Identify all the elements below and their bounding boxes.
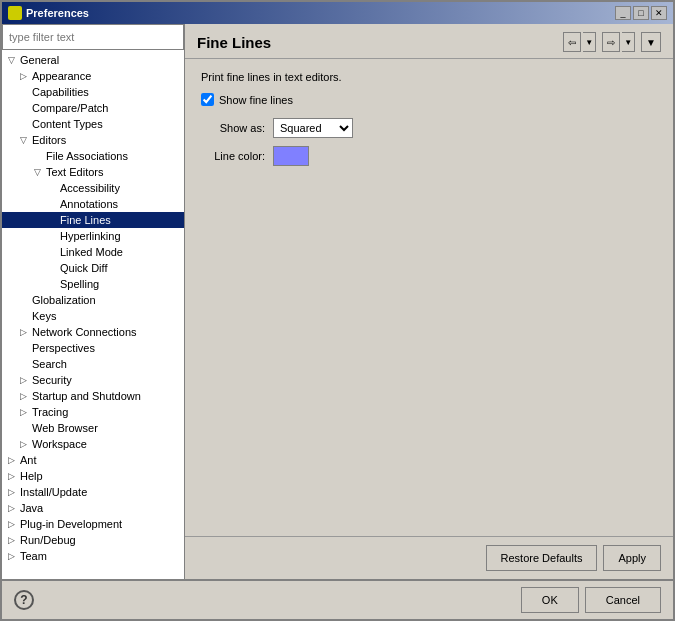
content-area: ▽ General ▷ Appearance Capabilities bbox=[2, 24, 673, 579]
minimize-button[interactable]: _ bbox=[615, 6, 631, 20]
tree-item-linked-mode[interactable]: Linked Mode bbox=[2, 244, 184, 260]
tree-label-ant: Ant bbox=[18, 454, 37, 466]
ok-button[interactable]: OK bbox=[521, 587, 579, 613]
tree-item-quick-diff[interactable]: Quick Diff bbox=[2, 260, 184, 276]
show-as-row: Show as: Squared Round Flat bbox=[201, 118, 657, 138]
forward-dropdown[interactable]: ▼ bbox=[622, 32, 635, 52]
description-text: Print fine lines in text editors. bbox=[201, 71, 657, 83]
tree-item-annotations[interactable]: Annotations bbox=[2, 196, 184, 212]
expand-startup-shutdown[interactable]: ▷ bbox=[16, 389, 30, 403]
expand-general[interactable]: ▽ bbox=[4, 53, 18, 67]
tree-item-capabilities[interactable]: Capabilities bbox=[2, 84, 184, 100]
expand-ant[interactable]: ▷ bbox=[4, 453, 18, 467]
tree-item-editors[interactable]: ▽ Editors bbox=[2, 132, 184, 148]
expand-java[interactable]: ▷ bbox=[4, 501, 18, 515]
tree-item-compare-patch[interactable]: Compare/Patch bbox=[2, 100, 184, 116]
show-fine-lines-label[interactable]: Show fine lines bbox=[219, 94, 293, 106]
tree-item-network-connections[interactable]: ▷ Network Connections bbox=[2, 324, 184, 340]
tree-label-team: Team bbox=[18, 550, 47, 562]
tree-container[interactable]: ▽ General ▷ Appearance Capabilities bbox=[2, 50, 184, 579]
tree-label-compare-patch: Compare/Patch bbox=[30, 102, 108, 114]
tree-item-install-update[interactable]: ▷ Install/Update bbox=[2, 484, 184, 500]
tree-item-startup-shutdown[interactable]: ▷ Startup and Shutdown bbox=[2, 388, 184, 404]
tree-label-keys: Keys bbox=[30, 310, 56, 322]
tree-label-content-types: Content Types bbox=[30, 118, 103, 130]
help-icon[interactable]: ? bbox=[14, 590, 34, 610]
tree-item-tracing[interactable]: ▷ Tracing bbox=[2, 404, 184, 420]
tree-item-perspectives[interactable]: Perspectives bbox=[2, 340, 184, 356]
expand-workspace[interactable]: ▷ bbox=[16, 437, 30, 451]
right-header: Fine Lines ⇦ ▼ ⇨ ▼ ▼ bbox=[185, 24, 673, 59]
expand-text-editors[interactable]: ▽ bbox=[30, 165, 44, 179]
tree-item-spelling[interactable]: Spelling bbox=[2, 276, 184, 292]
close-button[interactable]: ✕ bbox=[651, 6, 667, 20]
tree-label-fine-lines: Fine Lines bbox=[58, 214, 111, 226]
tree-label-accessibility: Accessibility bbox=[58, 182, 120, 194]
maximize-button[interactable]: □ bbox=[633, 6, 649, 20]
dialog-footer: ? OK Cancel bbox=[2, 579, 673, 619]
tree-item-help[interactable]: ▷ Help bbox=[2, 468, 184, 484]
tree-item-fine-lines[interactable]: Fine Lines bbox=[2, 212, 184, 228]
tree-label-annotations: Annotations bbox=[58, 198, 118, 210]
show-fine-lines-checkbox[interactable] bbox=[201, 93, 214, 106]
expand-security[interactable]: ▷ bbox=[16, 373, 30, 387]
tree-item-plugin-development[interactable]: ▷ Plug-in Development bbox=[2, 516, 184, 532]
tree-label-editors: Editors bbox=[30, 134, 66, 146]
back-button[interactable]: ⇦ bbox=[563, 32, 581, 52]
tree-label-hyperlinking: Hyperlinking bbox=[58, 230, 121, 242]
expand-help[interactable]: ▷ bbox=[4, 469, 18, 483]
restore-defaults-button[interactable]: Restore Defaults bbox=[486, 545, 598, 571]
expand-appearance[interactable]: ▷ bbox=[16, 69, 30, 83]
tree-label-quick-diff: Quick Diff bbox=[58, 262, 107, 274]
tree-label-workspace: Workspace bbox=[30, 438, 87, 450]
show-as-wrapper: Squared Round Flat bbox=[273, 118, 353, 138]
tree-label-general: General bbox=[18, 54, 59, 66]
tree-item-content-types[interactable]: Content Types bbox=[2, 116, 184, 132]
expand-run-debug[interactable]: ▷ bbox=[4, 533, 18, 547]
tree-item-workspace[interactable]: ▷ Workspace bbox=[2, 436, 184, 452]
tree-item-keys[interactable]: Keys bbox=[2, 308, 184, 324]
preferences-icon bbox=[8, 6, 22, 20]
tree-item-general[interactable]: ▽ General bbox=[2, 52, 184, 68]
tree-item-run-debug[interactable]: ▷ Run/Debug bbox=[2, 532, 184, 548]
show-as-select[interactable]: Squared Round Flat bbox=[273, 118, 353, 138]
tree-item-java[interactable]: ▷ Java bbox=[2, 500, 184, 516]
expand-team[interactable]: ▷ bbox=[4, 549, 18, 563]
expand-editors[interactable]: ▽ bbox=[16, 133, 30, 147]
expand-plugin-development[interactable]: ▷ bbox=[4, 517, 18, 531]
menu-dropdown[interactable]: ▼ bbox=[641, 32, 661, 52]
cancel-button[interactable]: Cancel bbox=[585, 587, 661, 613]
tree-item-team[interactable]: ▷ Team bbox=[2, 548, 184, 564]
apply-button[interactable]: Apply bbox=[603, 545, 661, 571]
tree-label-appearance: Appearance bbox=[30, 70, 91, 82]
tree-item-text-editors[interactable]: ▽ Text Editors bbox=[2, 164, 184, 180]
tree-item-appearance[interactable]: ▷ Appearance bbox=[2, 68, 184, 84]
forward-arrow-icon: ⇨ bbox=[607, 37, 615, 48]
tree-item-globalization[interactable]: Globalization bbox=[2, 292, 184, 308]
tree-item-web-browser[interactable]: Web Browser bbox=[2, 420, 184, 436]
tree-item-file-associations[interactable]: File Associations bbox=[2, 148, 184, 164]
tree-label-globalization: Globalization bbox=[30, 294, 96, 306]
tree-item-ant[interactable]: ▷ Ant bbox=[2, 452, 184, 468]
tree-label-plugin-development: Plug-in Development bbox=[18, 518, 122, 530]
tree-label-java: Java bbox=[18, 502, 43, 514]
tree-label-spelling: Spelling bbox=[58, 278, 99, 290]
tree-item-hyperlinking[interactable]: Hyperlinking bbox=[2, 228, 184, 244]
expand-install-update[interactable]: ▷ bbox=[4, 485, 18, 499]
expand-tracing[interactable]: ▷ bbox=[16, 405, 30, 419]
tree-item-accessibility[interactable]: Accessibility bbox=[2, 180, 184, 196]
back-dropdown[interactable]: ▼ bbox=[583, 32, 596, 52]
filter-input[interactable] bbox=[2, 24, 184, 50]
show-as-label: Show as: bbox=[201, 122, 273, 134]
back-arrow-icon: ⇦ bbox=[568, 37, 576, 48]
window-title: Preferences bbox=[26, 7, 89, 19]
right-panel: Fine Lines ⇦ ▼ ⇨ ▼ ▼ Print fine lines bbox=[185, 24, 673, 579]
tree-label-perspectives: Perspectives bbox=[30, 342, 95, 354]
tree-item-search[interactable]: Search bbox=[2, 356, 184, 372]
title-bar: Preferences _ □ ✕ bbox=[2, 2, 673, 24]
title-bar-left: Preferences bbox=[8, 6, 89, 20]
forward-button[interactable]: ⇨ bbox=[602, 32, 620, 52]
tree-item-security[interactable]: ▷ Security bbox=[2, 372, 184, 388]
line-color-swatch[interactable] bbox=[273, 146, 309, 166]
expand-network-connections[interactable]: ▷ bbox=[16, 325, 30, 339]
